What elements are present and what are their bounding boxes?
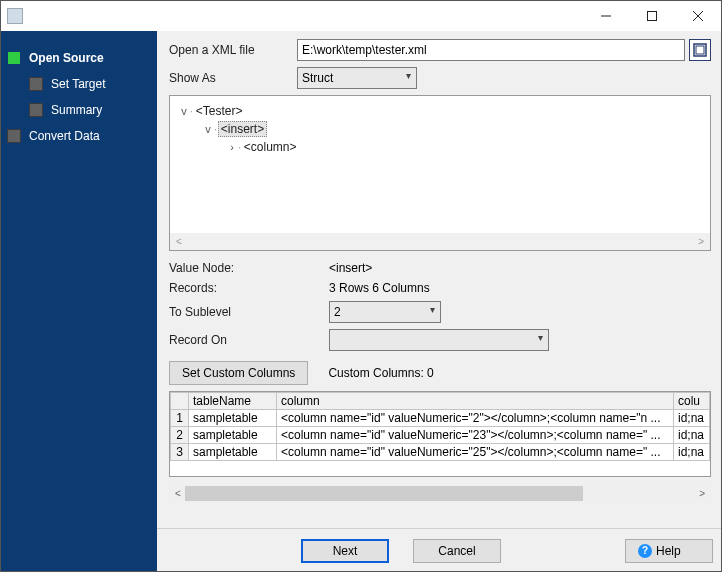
grid-header-colu[interactable]: colu <box>674 393 710 410</box>
table-row[interactable]: 3 sampletable <column name="id" valueNum… <box>171 444 710 461</box>
tree-twisty-icon[interactable]: › <box>226 141 238 153</box>
grid-cell-rownum: 2 <box>171 427 189 444</box>
show-as-select[interactable] <box>297 67 417 89</box>
tree-node-label: <column> <box>242 140 299 154</box>
grid-cell-column[interactable]: <column name="id" valueNumeric="23"></co… <box>277 427 674 444</box>
custom-columns-label: Custom Columns: 0 <box>328 366 433 380</box>
close-button[interactable] <box>675 1 721 31</box>
sidebar-item-open-source[interactable]: Open Source <box>1 45 157 71</box>
help-icon: ? <box>638 544 652 558</box>
tree-twisty-icon[interactable]: v <box>202 123 214 135</box>
record-on-select[interactable] <box>329 329 549 351</box>
grid-cell-colu[interactable]: id;na <box>674 410 710 427</box>
browse-file-button[interactable] <box>689 39 711 61</box>
app-icon <box>7 8 23 24</box>
next-button[interactable]: Next <box>301 539 389 563</box>
grid-cell-rownum: 3 <box>171 444 189 461</box>
maximize-button[interactable] <box>629 1 675 31</box>
records-value: 3 Rows 6 Columns <box>329 281 430 295</box>
wizard-button-bar: Next Cancel ? Help <box>157 528 721 572</box>
tree-node[interactable]: v · <insert> <box>178 120 702 138</box>
value-node-value: <insert> <box>329 261 372 275</box>
step-marker-icon <box>7 51 21 65</box>
table-row[interactable]: 2 sampletable <column name="id" valueNum… <box>171 427 710 444</box>
grid-horizontal-scrollbar[interactable]: < > <box>169 485 711 502</box>
set-custom-columns-button[interactable]: Set Custom Columns <box>169 361 308 385</box>
sidebar-item-label: Summary <box>51 103 102 117</box>
svg-rect-2 <box>696 46 704 54</box>
show-as-label: Show As <box>169 71 297 85</box>
tree-twisty-icon[interactable]: v <box>178 105 190 117</box>
scroll-left-icon[interactable]: < <box>171 488 185 499</box>
sidebar-item-label: Convert Data <box>29 129 100 143</box>
step-marker-icon <box>7 129 21 143</box>
open-file-input[interactable] <box>297 39 685 61</box>
tree-horizontal-scrollbar[interactable]: < > <box>170 233 710 250</box>
sidebar-item-label: Open Source <box>29 51 104 65</box>
cancel-button[interactable]: Cancel <box>413 539 501 563</box>
scrollbar-thumb[interactable] <box>185 486 583 501</box>
grid-cell-column[interactable]: <column name="id" valueNumeric="2"></col… <box>277 410 674 427</box>
value-node-label: Value Node: <box>169 261 329 275</box>
record-on-label: Record On <box>169 333 329 347</box>
table-row[interactable]: 1 sampletable <column name="id" valueNum… <box>171 410 710 427</box>
help-button[interactable]: ? Help <box>625 539 713 563</box>
tree-node-label: <Tester> <box>194 104 245 118</box>
sidebar-item-convert-data[interactable]: Convert Data <box>1 123 157 149</box>
grid-cell-colu[interactable]: id;na <box>674 427 710 444</box>
grid-cell-column[interactable]: <column name="id" valueNumeric="25"></co… <box>277 444 674 461</box>
open-file-label: Open a XML file <box>169 43 297 57</box>
main-panel: Open a XML file Show As v · <Tester> v · <box>157 31 721 572</box>
xml-tree-panel: v · <Tester> v · <insert> › · <column> <… <box>169 95 711 251</box>
svg-rect-0 <box>648 12 657 21</box>
wizard-sidebar: Open Source Set Target Summary Convert D… <box>1 31 157 572</box>
grid-cell-tablename[interactable]: sampletable <box>189 410 277 427</box>
titlebar <box>1 1 721 31</box>
step-marker-icon <box>29 103 43 117</box>
tree-node[interactable]: › · <column> <box>178 138 702 156</box>
minimize-button[interactable] <box>583 1 629 31</box>
scroll-right-icon[interactable]: > <box>694 236 708 247</box>
tree-node-label: <insert> <box>218 121 267 137</box>
sidebar-item-label: Set Target <box>51 77 105 91</box>
step-marker-icon <box>29 77 43 91</box>
scroll-right-icon[interactable]: > <box>695 488 709 499</box>
tree-node[interactable]: v · <Tester> <box>178 102 702 120</box>
sidebar-item-set-target[interactable]: Set Target <box>1 71 157 97</box>
records-label: Records: <box>169 281 329 295</box>
grid-header-column[interactable]: column <box>277 393 674 410</box>
grid-cell-rownum: 1 <box>171 410 189 427</box>
preview-grid: tableName column colu 1 sampletable <col… <box>169 391 711 477</box>
to-sublevel-label: To Sublevel <box>169 305 329 319</box>
to-sublevel-select[interactable] <box>329 301 441 323</box>
help-button-label: Help <box>656 544 681 558</box>
grid-cell-tablename[interactable]: sampletable <box>189 444 277 461</box>
sidebar-item-summary[interactable]: Summary <box>1 97 157 123</box>
scroll-left-icon[interactable]: < <box>172 236 186 247</box>
grid-cell-colu[interactable]: id;na <box>674 444 710 461</box>
grid-header-tablename[interactable]: tableName <box>189 393 277 410</box>
grid-header-rownum[interactable] <box>171 393 189 410</box>
grid-cell-tablename[interactable]: sampletable <box>189 427 277 444</box>
